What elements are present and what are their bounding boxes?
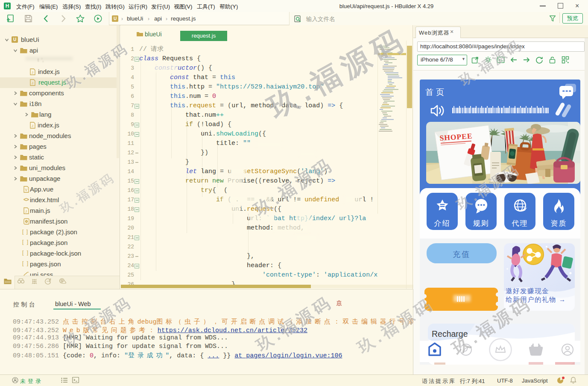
svg-text:J: J <box>32 71 33 74</box>
svg-text:J: J <box>32 81 33 85</box>
svg-text:V: V <box>25 188 28 192</box>
svg-text:J: J <box>25 209 27 213</box>
svg-text:J: J <box>32 124 33 128</box>
